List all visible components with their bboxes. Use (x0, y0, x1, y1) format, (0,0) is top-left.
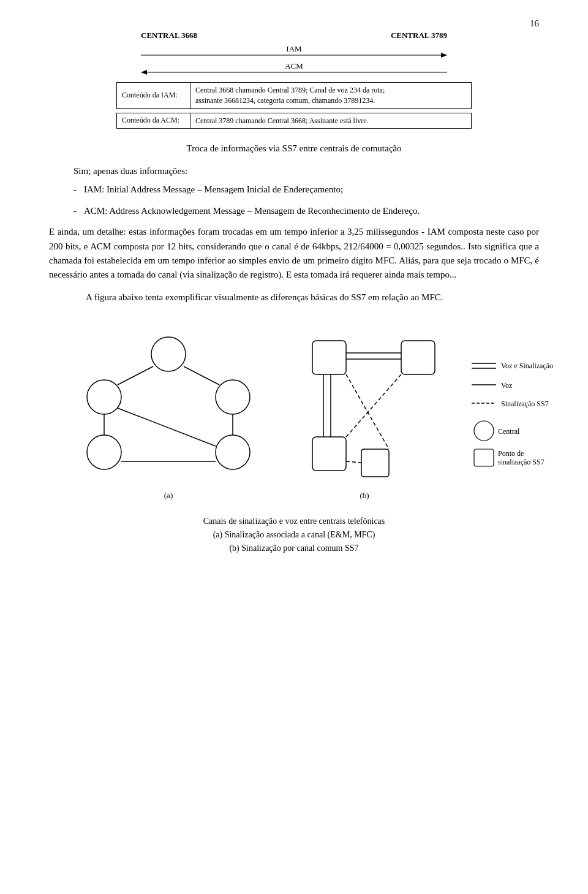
caption-line-2: (a) Sinalização associada a canal (E&M, … (49, 528, 539, 542)
svg-marker-5 (141, 70, 147, 75)
acm-value: Central 3789 chamando Central 3668; Assi… (190, 113, 374, 129)
bullet-item-1: - IAM: Initial Address Message – Mensage… (74, 183, 539, 197)
bullet-dash-1: - (74, 183, 77, 197)
acm-label: Conteúdo da ACM: (117, 113, 190, 129)
svg-text:Central: Central (498, 427, 520, 436)
caption-line-1: Canais de sinalização e voz entre centra… (49, 515, 539, 528)
svg-text:Ponto de: Ponto de (498, 449, 524, 458)
section-title: Troca de informações via SS7 entre centr… (49, 143, 539, 154)
arrows-svg: IAM ACM (141, 43, 447, 80)
svg-text:(a): (a) (164, 491, 173, 500)
network-diagram-svg: (a) (49, 317, 576, 507)
svg-rect-18 (312, 341, 346, 374)
svg-line-28 (346, 461, 361, 463)
svg-text:Sinalização SS7: Sinalização SS7 (501, 400, 549, 408)
svg-marker-2 (441, 53, 447, 58)
svg-text:sinalização SS7: sinalização SS7 (498, 458, 545, 466)
page-number: 16 (530, 18, 539, 29)
svg-point-37 (474, 421, 494, 441)
svg-text:(b): (b) (360, 491, 369, 500)
diagram-section: CENTRAL 3668 CENTRAL 3789 IAM ACM (49, 31, 539, 132)
svg-point-8 (216, 380, 250, 414)
iam-label: Conteúdo da IAM: (117, 83, 190, 108)
caption-section: Canais de sinalização e voz entre centra… (49, 515, 539, 556)
svg-rect-21 (361, 449, 389, 477)
svg-rect-39 (474, 449, 494, 466)
svg-rect-19 (401, 341, 435, 374)
svg-line-26 (346, 374, 401, 437)
network-diagram-section: (a) (49, 317, 539, 510)
svg-text:Voz: Voz (501, 381, 512, 390)
svg-line-12 (184, 366, 219, 385)
paragraph-2: A figura abaixo tenta exemplificar visua… (86, 290, 539, 305)
bullet-item-2: - ACM: Address Acknowledgement Message –… (74, 204, 539, 218)
central-labels: CENTRAL 3668 CENTRAL 3789 (116, 31, 472, 40)
svg-point-6 (151, 337, 186, 371)
bullet-dash-2: - (74, 204, 77, 218)
subtitle-section: Sim; apenas duas informações: - IAM: Ini… (74, 166, 539, 218)
iam-value: Central 3668 chamando Central 3789; Cana… (190, 83, 390, 108)
network-svg-wrapper: (a) (49, 317, 539, 510)
central-left-label: CENTRAL 3668 (141, 31, 197, 40)
caption-line-3: (b) Sinalização por canal comum SS7 (49, 542, 539, 555)
svg-point-7 (87, 380, 121, 414)
subtitle: Sim; apenas duas informações: (74, 166, 539, 176)
svg-line-27 (346, 374, 389, 449)
svg-rect-20 (312, 437, 346, 471)
bullet-text-2: ACM: Address Acknowledgement Message – M… (84, 204, 420, 218)
paragraph-1: E ainda, um detalhe: estas informações f… (49, 225, 539, 282)
acm-content-box: Conteúdo da ACM: Central 3789 chamando C… (116, 113, 472, 129)
svg-point-10 (216, 435, 250, 469)
page: 16 CENTRAL 3668 CENTRAL 3789 IAM (0, 0, 588, 894)
svg-text:ACM: ACM (285, 61, 303, 70)
svg-line-11 (118, 366, 153, 385)
svg-text:IAM: IAM (286, 44, 302, 53)
iam-content-box: Conteúdo da IAM: Central 3668 chamando C… (116, 82, 472, 109)
bullet-text-1: IAM: Initial Address Message – Mensagem … (84, 183, 343, 197)
svg-point-9 (87, 435, 121, 469)
central-right-label: CENTRAL 3789 (391, 31, 447, 40)
svg-text:Voz e Sinalização: Voz e Sinalização (501, 362, 553, 370)
svg-line-16 (118, 408, 216, 446)
